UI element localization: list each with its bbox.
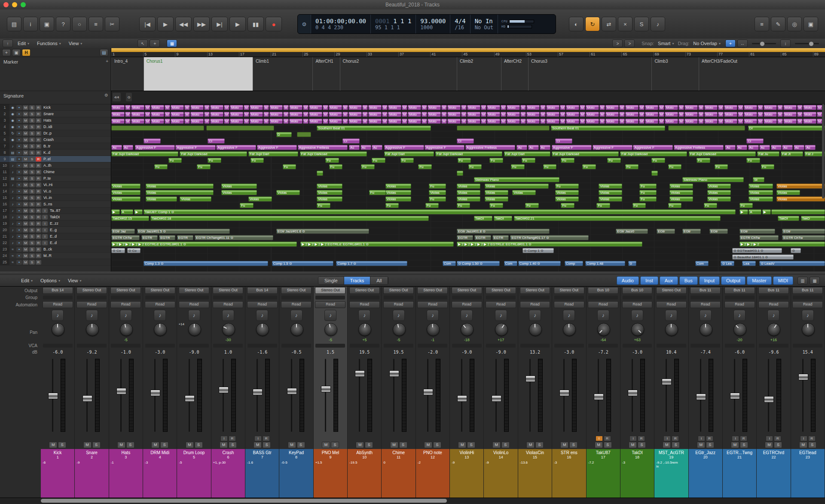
vca-select[interactable] <box>213 344 243 348</box>
region[interactable] <box>111 125 204 131</box>
track-power-button[interactable]: ● <box>16 150 22 155</box>
region[interactable]: Violas <box>317 183 342 189</box>
fader-handle[interactable] <box>321 386 331 392</box>
track-power-button[interactable]: ● <box>16 112 22 116</box>
solo-button[interactable]: S <box>29 195 35 200</box>
tool-pointer-icon[interactable]: ↖ <box>138 40 148 47</box>
region[interactable]: Moto <box>684 119 698 124</box>
mixer-menu-view[interactable]: View▾ <box>64 277 86 284</box>
region[interactable]: M <box>599 112 605 117</box>
region[interactable]: EGtr Jazz0 <box>616 229 648 234</box>
automation-mode-button[interactable]: Read <box>554 301 584 308</box>
hide-tracks-button[interactable]: H <box>22 49 31 56</box>
region[interactable]: Fat Jupi Darkoad <box>689 151 756 156</box>
mixer-scrollbar[interactable] <box>0 498 825 504</box>
region[interactable]: M <box>402 105 407 110</box>
region[interactable]: M <box>501 112 506 117</box>
automation-mode-button[interactable]: Read <box>281 301 312 308</box>
drag-select[interactable]: No Overlap▾ <box>689 40 724 47</box>
region[interactable]: Moto <box>447 112 461 117</box>
region[interactable]: Fu <box>639 190 657 195</box>
region[interactable]: M <box>165 105 170 110</box>
region[interactable]: Moto <box>704 105 718 110</box>
region[interactable]: ▶ <box>762 209 771 214</box>
region[interactable]: A <box>749 209 761 214</box>
region[interactable]: Ci <box>342 138 360 144</box>
group-select[interactable] <box>248 296 277 299</box>
region[interactable]: M <box>283 119 289 124</box>
region[interactable]: Moto <box>625 105 639 110</box>
region[interactable]: Fu <box>704 203 718 208</box>
region[interactable]: Dr <box>748 125 825 131</box>
zoom-v-slider[interactable] <box>795 43 819 44</box>
region[interactable]: Ac <box>123 145 134 150</box>
channel-name-plate[interactable]: TakU8717-7.2 <box>587 449 620 498</box>
mute-button[interactable]: M <box>254 442 262 448</box>
vca-select[interactable] <box>759 344 788 348</box>
mixer-view-tab-single[interactable]: Single <box>318 277 344 284</box>
arrange-menu-functions[interactable]: Functions▾ <box>33 40 65 47</box>
region[interactable]: EGtr <box>657 229 675 234</box>
track-power-button[interactable]: ● <box>16 144 22 149</box>
automation-mode-button[interactable]: Read <box>76 301 107 308</box>
region[interactable]: M <box>204 119 210 124</box>
automation-mode-button[interactable]: Read <box>452 301 482 308</box>
region[interactable]: Ac <box>361 145 371 150</box>
mixer-strip-violinhi[interactable]: Stereo OutRead♪-18-9.0MSViolinHi13-9 <box>450 287 484 498</box>
arrange-menu-edit[interactable]: Edit▾ <box>14 40 33 47</box>
region[interactable]: ⊙ <box>628 261 637 266</box>
group-select[interactable] <box>657 296 686 299</box>
region[interactable]: ▶ <box>134 209 143 214</box>
track-row-4[interactable]: 4◉●MSRD..idi <box>0 124 111 130</box>
solo-button[interactable]: S <box>29 137 35 142</box>
mixer-view-tab-tracks[interactable]: Tracks <box>344 277 371 284</box>
output-select[interactable]: Stereo Out <box>145 287 175 294</box>
region[interactable]: Fu <box>761 164 775 169</box>
track-row-21[interactable]: 21♪●MSRIE..d <box>0 233 111 240</box>
track-power-button[interactable]: ● <box>16 189 22 194</box>
region[interactable]: Fu <box>283 164 296 169</box>
region[interactable]: Violas <box>457 196 480 202</box>
region[interactable]: Fu <box>639 196 657 202</box>
region[interactable]: Moto <box>309 105 322 110</box>
region[interactable]: M <box>402 119 407 124</box>
region[interactable]: EGtr Jazz#01.6 ⊙ <box>276 229 369 234</box>
region[interactable]: Moto <box>605 105 619 110</box>
mute-button[interactable]: M <box>23 131 28 136</box>
vca-select[interactable] <box>384 344 413 348</box>
pan-knob[interactable] <box>188 323 200 335</box>
track-row-16[interactable]: 16♪●MSRS..ns <box>0 201 111 208</box>
region[interactable]: EGtr Jaz <box>111 229 135 234</box>
region[interactable]: Fu <box>208 158 221 163</box>
region[interactable]: Moto <box>665 119 678 124</box>
mixer-strip-egtr-twng[interactable]: Bus 11Read♪-20-6.0IRMSEGTR...Twng21 <box>723 287 757 498</box>
mixer-filter-aux[interactable]: Aux <box>660 276 678 285</box>
track-row-7[interactable]: 7♪●MSRB..tr <box>0 143 111 150</box>
mute-button[interactable]: M <box>23 260 28 265</box>
region[interactable]: Aggressive F <box>633 145 673 150</box>
mixer-strip-absynth[interactable]: Stereo OutRead♪+519.5MSAbSynth10-19.5 <box>348 287 382 498</box>
autopunch-icon[interactable]: ⇄ <box>602 17 616 31</box>
goto-end-button[interactable]: ▶| <box>211 17 228 31</box>
vca-select[interactable] <box>554 344 584 348</box>
region[interactable]: TakDI#02.18 <box>150 216 429 221</box>
region[interactable]: Violas <box>429 190 446 195</box>
track-power-button[interactable]: ● <box>16 131 22 136</box>
mixer-menu-options[interactable]: Options▾ <box>37 277 64 284</box>
region[interactable]: M <box>342 112 348 117</box>
region[interactable]: ▶ 2 ▶ 2 ▶ 2 ▶ 2 EGTRLd: EGTRLd#01.1 ⊙ <box>300 241 454 247</box>
region[interactable]: Fu <box>561 158 574 163</box>
fader-handle[interactable] <box>150 390 160 396</box>
region[interactable]: ⊙ Co <box>111 248 125 253</box>
region[interactable]: M <box>659 112 664 117</box>
region[interactable]: Moto <box>408 105 421 110</box>
region[interactable]: M <box>165 112 170 117</box>
automation-mode-button[interactable]: Read <box>622 301 653 308</box>
region[interactable]: M <box>125 105 131 110</box>
region[interactable]: Ac <box>111 145 122 150</box>
pan-knob[interactable] <box>290 323 302 335</box>
record-enable-button[interactable]: R <box>36 105 41 110</box>
output-select[interactable]: Bus 11 <box>724 287 755 294</box>
region[interactable]: Moto <box>526 119 540 124</box>
channel-name-plate[interactable]: ViolasCin15-13.6 <box>518 449 552 498</box>
